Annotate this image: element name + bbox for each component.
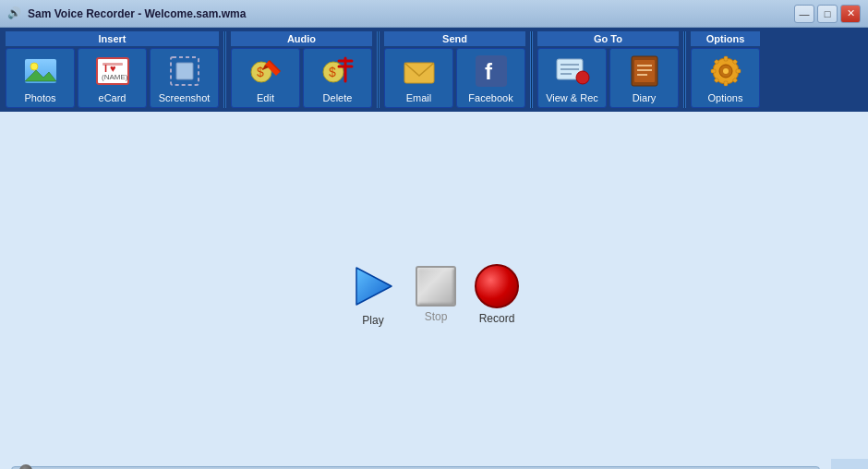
toolbar-group-insert: Insert: [6, 31, 219, 108]
svg-rect-39: [711, 69, 716, 73]
edit-icon: $: [247, 53, 284, 90]
toolbar-group-goto: Go To View & Rec: [537, 31, 679, 108]
edit-button[interactable]: $ Edit: [231, 48, 300, 108]
svg-text:$: $: [329, 65, 336, 79]
ecard-button[interactable]: I ♥ (NAME) eCard: [78, 48, 147, 108]
screenshot-label: Screenshot: [159, 92, 211, 103]
delete-button[interactable]: $ Delete: [303, 48, 372, 108]
record-label: Record: [479, 312, 515, 325]
edit-label: Edit: [257, 92, 274, 103]
play-label: Play: [362, 314, 383, 327]
record-button[interactable]: Record: [475, 264, 519, 325]
group-buttons-goto: View & Rec Diary: [537, 48, 679, 108]
group-buttons-audio: $ Edit $: [231, 48, 372, 108]
stop-button[interactable]: Stop: [416, 266, 456, 323]
title-bar-left: 🔊 Sam Voice Recorder - Welcome.sam.wma: [7, 6, 246, 21]
svg-point-2: [30, 63, 38, 70]
progress-thumb[interactable]: [19, 464, 32, 469]
play-button[interactable]: Play: [349, 262, 397, 327]
email-button[interactable]: Email: [384, 48, 453, 108]
svg-text:f: f: [485, 59, 493, 84]
group-buttons-insert: Photos I ♥ (NAME) eCard: [6, 48, 219, 108]
email-label: Email: [406, 92, 432, 103]
photos-button[interactable]: Photos: [6, 48, 75, 108]
group-label-options: Options: [691, 31, 760, 46]
close-button[interactable]: ✕: [840, 5, 861, 23]
svg-rect-7: [102, 63, 123, 66]
viewrec-icon: [554, 53, 591, 90]
main-content: Play Stop Record: [0, 112, 868, 459]
separator-3: [530, 31, 533, 108]
toolbar: Insert: [0, 28, 868, 112]
svg-rect-37: [724, 56, 728, 61]
separator-2: [377, 31, 380, 108]
svg-rect-38: [724, 81, 728, 86]
screenshot-button[interactable]: Screenshot: [150, 48, 219, 108]
group-label-send: Send: [384, 31, 525, 46]
viewrec-button[interactable]: View & Rec: [537, 48, 607, 108]
stop-label: Stop: [425, 310, 448, 323]
ecard-label: eCard: [99, 92, 127, 103]
svg-point-36: [723, 68, 729, 74]
stop-icon: [416, 266, 456, 307]
ecard-icon: I ♥ (NAME): [94, 53, 131, 90]
svg-text:(NAME): (NAME): [102, 73, 128, 81]
diary-label: Diary: [633, 92, 657, 103]
toolbar-group-options: Options: [691, 31, 760, 108]
app-icon: 🔊: [7, 6, 22, 21]
svg-marker-45: [356, 268, 392, 305]
title-bar: 🔊 Sam Voice Recorder - Welcome.sam.wma —…: [0, 0, 868, 28]
group-label-audio: Audio: [231, 31, 372, 46]
group-label-insert: Insert: [6, 31, 219, 46]
photos-icon: [22, 53, 59, 90]
photos-label: Photos: [24, 92, 55, 103]
svg-rect-10: [176, 63, 193, 79]
minimize-button[interactable]: —: [794, 5, 814, 23]
progress-area: [0, 459, 831, 469]
toolbar-group-audio: Audio $ Edit $: [231, 31, 372, 108]
group-buttons-options: Options: [691, 48, 760, 108]
record-icon: [475, 264, 519, 308]
toolbar-group-send: Send Email f Facebook: [384, 31, 525, 108]
facebook-icon: f: [473, 53, 510, 90]
svg-rect-40: [736, 69, 741, 73]
svg-rect-30: [634, 60, 655, 82]
options-button[interactable]: Options: [691, 48, 760, 108]
play-icon: [349, 262, 397, 310]
window-title: Sam Voice Recorder - Welcome.sam.wma: [28, 7, 246, 20]
options-icon: [707, 53, 744, 90]
group-buttons-send: Email f Facebook: [384, 48, 525, 108]
svg-text:$: $: [257, 65, 264, 79]
svg-point-28: [576, 71, 589, 84]
player-area: Play Stop Record: [349, 262, 519, 327]
options-label: Options: [708, 92, 743, 103]
viewrec-label: View & Rec: [546, 92, 598, 103]
delete-label: Delete: [323, 92, 353, 103]
diary-icon: [626, 53, 663, 90]
player-buttons: Play Stop Record: [349, 262, 519, 327]
email-icon: [401, 53, 438, 90]
facebook-label: Facebook: [468, 92, 512, 103]
delete-icon: $: [319, 53, 356, 90]
screenshot-icon: [166, 53, 203, 90]
separator-1: [223, 31, 226, 108]
facebook-button[interactable]: f Facebook: [456, 48, 525, 108]
diary-button[interactable]: Diary: [609, 48, 679, 108]
maximize-button[interactable]: □: [817, 5, 838, 23]
group-label-goto: Go To: [537, 31, 679, 46]
title-bar-controls: — □ ✕: [794, 5, 861, 23]
separator-4: [683, 31, 686, 108]
